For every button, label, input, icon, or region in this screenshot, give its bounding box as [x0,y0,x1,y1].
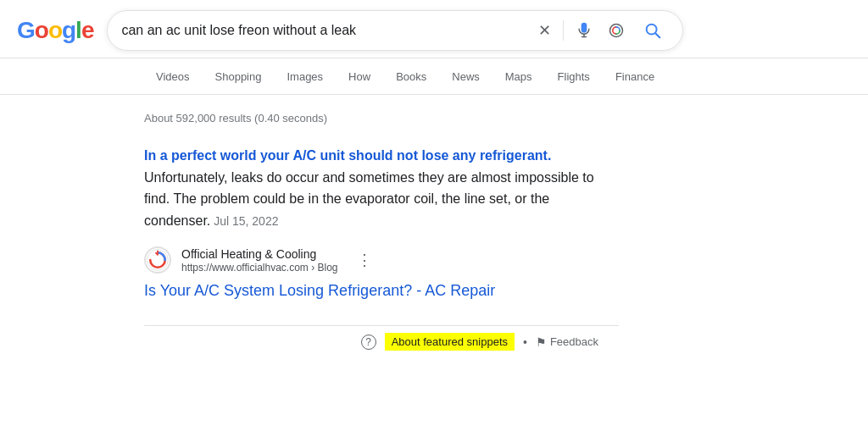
search-icon [643,21,662,40]
source-info: Official Heating & Cooling https://www.o… [181,247,338,274]
image-search-button[interactable] [604,19,628,42]
snippet-text: In a perfect world your A/C unit should … [144,145,619,231]
voice-search-button[interactable] [572,19,596,42]
clear-button[interactable] [535,18,554,43]
source-name: Official Heating & Cooling [181,247,338,261]
source-logo-icon [146,248,170,272]
snippet-date: Jul 15, 2022 [210,214,278,228]
mic-icon [576,22,593,39]
search-bar [107,10,683,51]
dot-separator: • [523,335,527,349]
source-row: Official Heating & Cooling https://www.o… [144,246,619,274]
result-link[interactable]: Is Your A/C System Losing Refrigerant? -… [144,282,619,300]
tab-images[interactable]: Images [275,62,335,94]
about-snippets-button[interactable]: About featured snippets [385,333,515,351]
search-action-icons [535,18,669,43]
results-area: About 592,000 results (0.40 seconds) In … [0,95,763,374]
snippet-highlight: In a perfect world your A/C unit should … [144,148,551,163]
tab-shopping[interactable]: Shopping [203,62,274,94]
tab-how[interactable]: How [337,62,382,94]
flag-icon: ⚑ [536,335,547,349]
google-logo[interactable]: Google [17,17,93,44]
help-icon[interactable]: ? [361,335,376,350]
source-logo [144,246,171,274]
tab-finance[interactable]: Finance [604,62,666,94]
search-input[interactable] [121,23,525,38]
tab-flights[interactable]: Flights [546,62,602,94]
bottom-bar: ? About featured snippets • ⚑ Feedback [144,325,619,357]
feedback-label: Feedback [550,335,598,348]
source-url: https://www.officialhvac.com › Blog [181,262,338,274]
tab-videos[interactable]: Videos [144,62,202,94]
featured-snippet: In a perfect world your A/C unit should … [144,145,619,300]
tab-books[interactable]: Books [384,62,438,94]
search-button[interactable] [637,18,669,43]
svg-line-4 [656,33,660,37]
header: Google [0,0,868,58]
more-options-button[interactable]: ⋮ [352,249,377,271]
nav-tabs: Videos Shopping Images How Books News Ma… [0,58,868,95]
icon-divider [563,20,564,41]
lens-icon [608,22,625,39]
feedback-button[interactable]: ⚑ Feedback [536,335,598,349]
svg-point-2 [610,25,623,37]
results-count: About 592,000 results (0.40 seconds) [144,112,619,124]
tab-maps[interactable]: Maps [493,62,544,94]
tab-news[interactable]: News [440,62,492,94]
